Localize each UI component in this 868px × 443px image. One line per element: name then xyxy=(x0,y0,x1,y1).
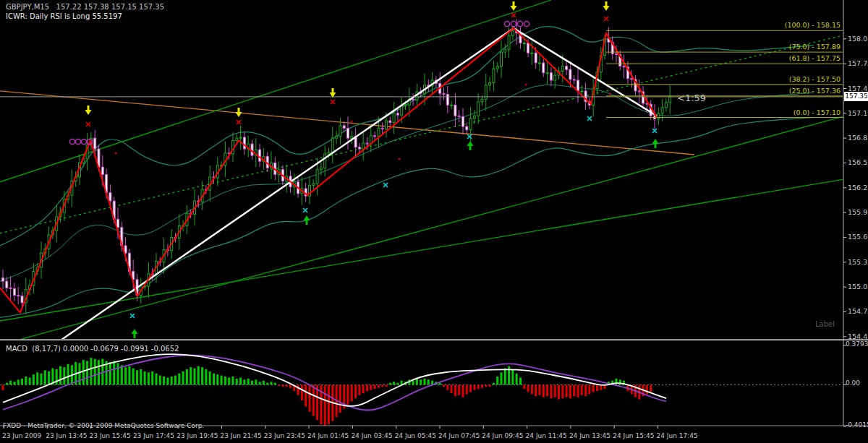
bollinger-lower xyxy=(0,118,814,318)
time-axis-label: 24 Jun 15:45 xyxy=(613,432,654,439)
macd-histogram-bar xyxy=(305,385,307,407)
price-axis-label: 158.05 xyxy=(848,35,868,43)
candle-body xyxy=(489,82,491,85)
macd-histogram-bar xyxy=(255,379,257,384)
candle-body xyxy=(469,119,472,130)
candle-body xyxy=(239,137,242,138)
candle-body xyxy=(577,80,579,91)
macd-histogram-bar xyxy=(156,374,158,385)
time-axis-label: 23 Jun 15:45 xyxy=(90,432,131,439)
macd-histogram-bar xyxy=(501,372,503,384)
macd-histogram-bar xyxy=(113,361,115,385)
candle-body xyxy=(312,184,315,185)
macd-histogram-bar xyxy=(132,369,135,385)
macd-histogram-bar xyxy=(25,377,27,385)
candle-body xyxy=(661,108,663,113)
macd-histogram-bar xyxy=(86,361,88,385)
sell-arrow-icon xyxy=(511,1,517,11)
macd-histogram-bar xyxy=(2,385,4,390)
fib-level-label: (100.0) - 158.15 xyxy=(785,21,841,29)
macd-histogram-bar xyxy=(519,378,522,385)
macd-histogram-bar xyxy=(420,379,422,384)
macd-histogram-bar xyxy=(531,385,533,395)
time-axis-label: 24 Jun 05:45 xyxy=(395,432,436,439)
candle-body xyxy=(396,113,399,115)
macd-histogram-bar xyxy=(128,366,130,385)
candle-body xyxy=(508,35,510,49)
signal-dot xyxy=(525,84,527,85)
macd-histogram-bar xyxy=(9,381,12,385)
candle-body xyxy=(328,152,330,154)
candle-body xyxy=(658,113,660,119)
fib-level-label: (75.0) - 157.89 xyxy=(789,43,841,51)
time-axis-label: 24 Jun 07:45 xyxy=(438,432,480,439)
sell-x-icon xyxy=(511,13,516,17)
macd-histogram-bar xyxy=(386,385,388,387)
candle-body xyxy=(13,288,15,295)
price-axis-label: 154.75 xyxy=(848,307,868,315)
macd-histogram-bar xyxy=(197,366,200,385)
macd-histogram-bar xyxy=(94,359,96,385)
macd-histogram-bar xyxy=(56,369,58,385)
symbol-title: GBPJPY,M15 157.22 157.38 157.15 157.35 xyxy=(6,3,164,11)
chart-canvas[interactable]: (100.0) - 158.15(75.0) - 157.89(61.8) - … xyxy=(0,0,868,443)
time-axis-label: 23 Jun 19:45 xyxy=(176,432,218,439)
candle-body xyxy=(531,53,533,53)
macd-histogram-bar xyxy=(561,385,563,399)
time-axis-label: 24 Jun 13:45 xyxy=(569,432,610,439)
macd-histogram-bar xyxy=(454,385,456,397)
macd-histogram-bar xyxy=(13,382,15,384)
macd-histogram-bar xyxy=(59,366,61,385)
signal-circle-icon xyxy=(517,21,522,26)
fib-level-label: (61.8) - 157.75 xyxy=(789,54,841,62)
candle-body xyxy=(347,128,349,138)
candle-body xyxy=(17,296,20,296)
candle-body xyxy=(511,30,514,35)
macd-histogram-bar xyxy=(174,376,176,385)
buy-arrow-icon xyxy=(304,215,310,225)
macd-histogram-bar xyxy=(511,369,514,385)
candle-body xyxy=(477,102,480,116)
candle-body xyxy=(243,137,245,149)
candle-body xyxy=(523,43,525,44)
candle-body xyxy=(316,170,318,184)
macd-histogram-bar xyxy=(466,385,468,395)
candle-body xyxy=(378,128,380,136)
candle-body xyxy=(412,99,414,100)
macd-histogram-bar xyxy=(550,385,552,399)
macd-histogram-bar xyxy=(646,385,648,395)
macd-histogram-bar xyxy=(281,385,284,387)
current-price-tag: 157.35 xyxy=(844,92,868,101)
price-axis-label: 155.95 xyxy=(848,208,868,216)
price-chart-panel[interactable]: (100.0) - 158.15(75.0) - 157.89(61.8) - … xyxy=(0,0,843,382)
candle-body xyxy=(324,154,326,168)
candle-body xyxy=(259,150,261,161)
macd-panel[interactable] xyxy=(0,354,843,426)
fib-level-label: (0.0) - 157.10 xyxy=(793,108,841,116)
time-axis-label: 23 Jun 23:45 xyxy=(264,432,305,439)
candle-body xyxy=(451,105,453,106)
macd-histogram-bar xyxy=(554,385,556,397)
candle-body xyxy=(6,281,8,288)
macd-histogram-bar xyxy=(462,385,464,397)
candle-body xyxy=(454,105,456,116)
macd-histogram-bar xyxy=(190,367,192,384)
macd-histogram-bar xyxy=(216,374,218,384)
macd-histogram-bar xyxy=(619,379,621,384)
macd-histogram-bar xyxy=(63,367,65,384)
macd-histogram-bar xyxy=(205,369,207,385)
macd-histogram-bar xyxy=(573,385,575,397)
macd-histogram-bar xyxy=(542,385,545,397)
candle-body xyxy=(535,53,537,63)
macd-histogram-bar xyxy=(485,385,487,387)
macd-scale-max: 0.3793 xyxy=(846,341,868,348)
fib-level-label: (38.2) - 157.50 xyxy=(789,75,841,83)
macd-histogram-bar xyxy=(312,385,315,416)
price-axis-label: 157.75 xyxy=(848,59,868,67)
candle-body xyxy=(351,137,353,138)
macd-histogram-bar xyxy=(48,371,50,385)
macd-histogram-bar xyxy=(178,374,180,385)
macd-histogram-bar xyxy=(493,383,495,385)
macd-histogram-bar xyxy=(443,385,445,387)
time-axis-label: 24 Jun 01:45 xyxy=(307,432,349,439)
